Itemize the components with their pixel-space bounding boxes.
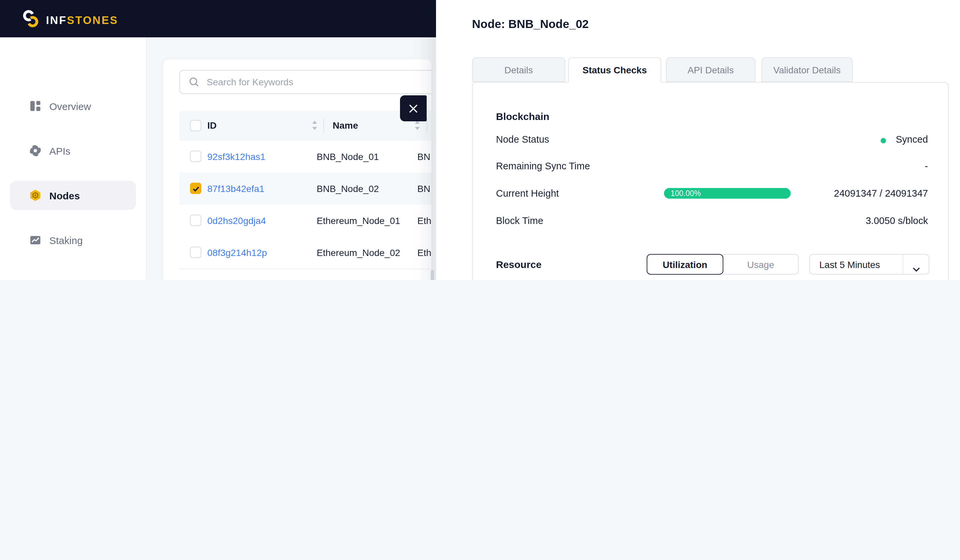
table-row: 92sf3k12has1 BNB_Node_01 BN — [179, 141, 431, 173]
select-divider — [903, 254, 903, 274]
blockchain-heading: Blockchain — [496, 110, 549, 122]
row-checkbox[interactable] — [190, 151, 201, 162]
column-divider — [427, 118, 427, 133]
blockwatch-alarm-icon — [29, 278, 42, 280]
api-pinwheel-icon — [29, 144, 42, 157]
current-height-value: 24091347 / 24091347 — [834, 188, 928, 199]
sidebar-item-label: APIs — [50, 145, 70, 156]
nodes-hexagon-icon — [29, 189, 42, 202]
search-input[interactable] — [205, 76, 408, 88]
time-range-select[interactable]: Last 5 Minutes — [809, 254, 930, 275]
tab-status-checks[interactable]: Status Checks — [568, 57, 661, 83]
panel-title: Node: BNB_Node_02 — [472, 18, 589, 31]
toggle-utilization[interactable]: Utilization — [647, 254, 723, 275]
column-header-name: Name — [333, 110, 358, 141]
row-checkbox[interactable] — [190, 215, 201, 226]
search-box — [179, 70, 431, 94]
sidebar-item-label: Staking — [50, 234, 83, 246]
sync-time-value: - — [925, 161, 928, 171]
node-name: Ethereum_Node_02 — [317, 237, 400, 269]
sync-progress-bar: 100.00% — [664, 188, 791, 199]
current-height-label: Current Height — [496, 188, 559, 199]
sort-icon-name[interactable] — [414, 121, 420, 131]
node-name: Ethereum_Node_01 — [317, 205, 400, 237]
status-dot-synced — [881, 138, 886, 143]
tab-api-details[interactable]: API Details — [666, 57, 755, 82]
status-checks-card: Blockchain Node Status Synced Remaining … — [472, 82, 949, 280]
tab-validator-details[interactable]: Validator Details — [761, 57, 853, 82]
node-name: BNB_Node_01 — [317, 141, 379, 173]
time-range-value: Last 5 Minutes — [819, 259, 880, 270]
brand-wordmark: INFSTONES — [46, 14, 118, 26]
column-divider — [323, 118, 324, 133]
brand-logo[interactable]: INFSTONES — [22, 9, 118, 31]
row-checkbox[interactable] — [190, 247, 201, 258]
column-header-id: ID — [207, 110, 217, 141]
tab-details[interactable]: Details — [472, 57, 565, 82]
sidebar-item-label: BlockWatch — [50, 279, 102, 280]
close-icon — [408, 103, 419, 114]
node-id-link[interactable]: 0d2hs20gdja4 — [207, 205, 266, 237]
nodes-table-card: ID Name Cr 92sf3k12has1 BNB_Node_01 BN 8… — [163, 59, 431, 280]
dashboard-icon — [29, 99, 42, 113]
node-status-value: Synced — [896, 134, 928, 145]
resource-heading: Resource — [496, 259, 542, 270]
block-time-value: 3.0050 s/block — [866, 215, 928, 226]
sidebar-nav: Overview APIs Nodes Staking BlockWatch — [0, 37, 147, 280]
block-time-label: Block Time — [496, 215, 543, 226]
sidebar-item-overview[interactable]: Overview — [10, 91, 136, 121]
node-chain: BN — [418, 141, 430, 173]
table-row: 08f3g214h12p Ethereum_Node_02 Eth — [179, 237, 431, 269]
staking-chart-icon — [29, 233, 42, 247]
sidebar-item-nodes[interactable]: Nodes — [10, 181, 136, 210]
sidebar-item-apis[interactable]: APIs — [10, 136, 136, 165]
sort-icon-id[interactable] — [312, 121, 317, 131]
sidebar-item-staking[interactable]: Staking — [10, 226, 136, 254]
sidebar-item-label: Nodes — [50, 190, 80, 201]
node-name: BNB_Node_02 — [317, 173, 379, 205]
select-all-checkbox[interactable] — [190, 120, 201, 131]
chevron-down-icon — [913, 263, 920, 275]
row-checkbox[interactable] — [190, 183, 201, 194]
sidebar-item-label: Overview — [50, 100, 91, 112]
infstones-logo-icon — [22, 9, 39, 31]
search-icon — [189, 77, 199, 87]
page-scrollbar-thumb[interactable] — [430, 270, 434, 280]
table-header-row: ID Name Cr — [179, 110, 431, 141]
node-id-link[interactable]: 87f13b42efa1 — [207, 173, 264, 205]
app-root: INFSTONES Overview APIs Nodes — [0, 0, 960, 280]
panel-close-button[interactable] — [400, 95, 427, 121]
node-status-label: Node Status — [496, 134, 549, 145]
table-row: 0d2hs20gdja4 Ethereum_Node_01 Eth — [179, 205, 431, 237]
node-detail-panel: Node: BNB_Node_02 Details Status Checks … — [436, 0, 960, 280]
node-chain: Eth — [418, 237, 431, 269]
sidebar-item-blockwatch[interactable]: BlockWatch — [10, 270, 136, 280]
sync-time-label: Remaining Sync Time — [496, 161, 590, 171]
node-chain: BN — [418, 173, 430, 205]
panel-tabs: Details Status Checks API Details Valida… — [472, 57, 853, 83]
toggle-usage[interactable]: Usage — [723, 254, 798, 275]
table-row: 87f13b42efa1 BNB_Node_02 BN — [179, 173, 431, 205]
node-id-link[interactable]: 08f3g214h12p — [207, 237, 267, 269]
node-id-link[interactable]: 92sf3k12has1 — [207, 141, 265, 173]
node-chain: Eth — [418, 205, 431, 237]
sync-progress-label: 100.00% — [664, 188, 791, 199]
